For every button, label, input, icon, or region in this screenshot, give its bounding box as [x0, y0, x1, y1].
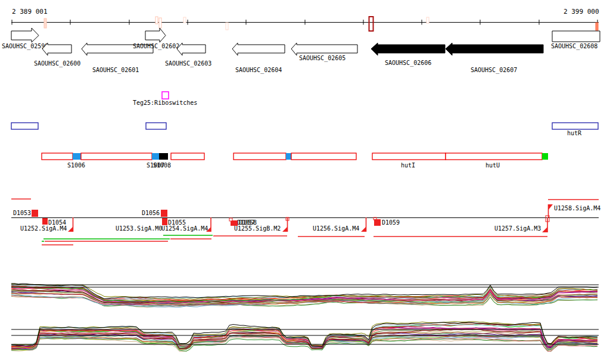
gene-label: SAOUHSC_02605	[299, 55, 346, 62]
gene-arrow-SAOUHSC_02603[interactable]	[177, 43, 206, 55]
gene-label: SAOUHSC_02599	[2, 43, 48, 50]
tss-flag-label: U1256.SigA.M4	[313, 225, 359, 232]
tss-marker-D1056[interactable]	[161, 210, 167, 217]
gene-arrow-SAOUHSC_02599[interactable]	[11, 28, 39, 42]
operon-segment[interactable]	[291, 153, 356, 160]
gene-arrow-SAOUHSC_02607[interactable]	[446, 43, 543, 55]
gene-arrow-SAOUHSC_02608[interactable]	[552, 31, 600, 42]
ruler-position-marker[interactable]	[155, 17, 158, 24]
tss-marker-D1054[interactable]	[42, 218, 48, 225]
operon-segment[interactable]	[81, 153, 152, 160]
tss-flag-label: U1254.SigA.M4	[161, 225, 208, 232]
tss-flag-label: U1258.SigA.M4	[554, 205, 600, 211]
tss-flag-U1252.SigA.M4[interactable]	[68, 227, 73, 232]
ruler-selected-marker[interactable]	[369, 17, 374, 31]
tss-flag-label: U1255.SigB.M2	[234, 225, 281, 232]
tss-flag-U1257.SigA.M3[interactable]	[542, 227, 547, 232]
operon-segment-filled[interactable]	[159, 153, 168, 160]
operon-segment[interactable]	[234, 153, 286, 160]
ruler-end-coordinate: 2 399 000	[564, 8, 599, 15]
operon-segment-filled[interactable]	[73, 153, 81, 160]
ruler-position-marker[interactable]	[159, 18, 161, 28]
tss-marker-label: D1059	[382, 219, 400, 226]
operon-label: hutI	[401, 162, 415, 169]
blue-feature-box[interactable]	[11, 123, 38, 129]
tss-marker-D1055[interactable]	[162, 218, 167, 225]
gene-label: SAOUHSC_02606	[385, 60, 431, 67]
tss-flag-U1255.SigB.M2[interactable]	[282, 227, 287, 232]
gene-arrow-SAOUHSC_02604[interactable]	[232, 43, 285, 55]
ruler-position-marker[interactable]	[427, 17, 429, 23]
riboswitch-feature-box[interactable]	[162, 92, 169, 99]
tss-marker-label: D1056	[142, 210, 160, 216]
operon-label: S1008	[153, 162, 171, 169]
tss-flag-U1256.SigA.M4[interactable]	[361, 227, 366, 232]
operon-segment[interactable]	[171, 153, 204, 160]
tss-flag-label: U1257.SigA.M3	[494, 225, 541, 232]
operon-label: S1006	[67, 162, 85, 169]
operon-segment-filled[interactable]	[286, 153, 291, 160]
tss-marker-label: D1053	[13, 210, 31, 216]
operon-segment[interactable]	[446, 153, 542, 160]
lower-coverage-panel[interactable]	[11, 315, 599, 350]
genome-view-canvas[interactable]: SAOUHSC_02599SAOUHSC_02600SAOUHSC_02601S…	[0, 0, 610, 364]
gene-label: SAOUHSC_02607	[471, 67, 517, 74]
gene-arrow-SAOUHSC_02606[interactable]	[371, 43, 445, 55]
ruler-position-marker[interactable]	[226, 23, 228, 30]
blue-feature-box[interactable]	[552, 123, 598, 129]
tss-marker-D1053[interactable]	[32, 210, 38, 217]
blue-feature-label: hutR	[567, 130, 582, 136]
gene-arrow-SAOUHSC_02602[interactable]	[145, 28, 166, 42]
ruler-start-coordinate: 2 389 001	[12, 8, 48, 15]
tss-flag-label: U1253.SigA.M0	[116, 225, 162, 232]
operon-segment[interactable]	[42, 153, 73, 160]
gene-label: SAOUHSC_02604	[235, 67, 282, 74]
genome-browser-window: 2 389 001 2 399 000 SAOUHSC_02599SAOUHSC…	[0, 0, 610, 364]
ruler-position-marker[interactable]	[183, 17, 186, 23]
gene-label: SAOUHSC_02603	[165, 60, 211, 67]
gene-arrow-SAOUHSC_02600[interactable]	[42, 43, 71, 55]
operon-segment-filled[interactable]	[542, 153, 548, 160]
blue-feature-box[interactable]	[146, 123, 166, 129]
gene-label: SAOUHSC_02601	[92, 67, 139, 74]
gene-arrow-SAOUHSC_02605[interactable]	[291, 43, 357, 55]
gene-label: SAOUHSC_02602	[133, 43, 179, 50]
operon-segment[interactable]	[372, 153, 446, 160]
ruler-position-marker[interactable]	[596, 23, 598, 30]
tss-marker-D1059[interactable]	[374, 219, 381, 226]
riboswitch-label: Teg25:Riboswitches	[133, 99, 197, 106]
gene-label: SAOUHSC_02608	[551, 43, 597, 50]
operon-segment-filled[interactable]	[152, 153, 159, 160]
tss-flag-label: U1252.SigA.M4	[20, 225, 67, 232]
gene-label: SAOUHSC_02600	[34, 60, 80, 67]
operon-label: hutU	[485, 162, 500, 169]
ruler-position-marker[interactable]	[44, 18, 46, 28]
